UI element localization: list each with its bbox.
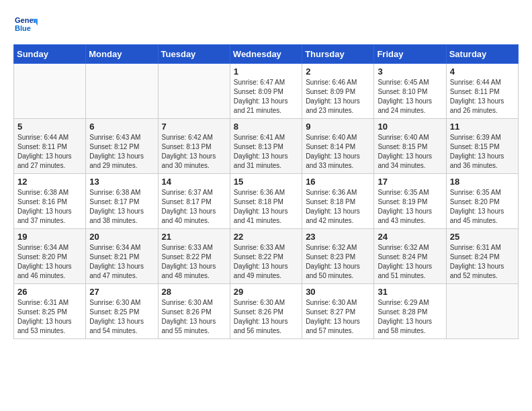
day-info: Sunrise: 6:40 AMSunset: 8:15 PMDaylight:… xyxy=(378,133,442,171)
day-info: Sunrise: 6:43 AMSunset: 8:12 PMDaylight:… xyxy=(89,133,154,171)
day-info: Sunrise: 6:29 AMSunset: 8:28 PMDaylight:… xyxy=(378,298,442,336)
day-number: 17 xyxy=(378,177,442,187)
weekday-header-friday: Friday xyxy=(374,45,446,64)
calendar-cell: 10Sunrise: 6:40 AMSunset: 8:15 PMDayligh… xyxy=(374,119,446,174)
calendar-week-row: 5Sunrise: 6:44 AMSunset: 8:11 PMDaylight… xyxy=(14,119,519,174)
calendar-cell: 16Sunrise: 6:36 AMSunset: 8:18 PMDayligh… xyxy=(302,174,374,229)
day-number: 22 xyxy=(234,232,298,242)
calendar-cell: 19Sunrise: 6:34 AMSunset: 8:20 PMDayligh… xyxy=(14,229,86,284)
day-info: Sunrise: 6:44 AMSunset: 8:11 PMDaylight:… xyxy=(450,78,515,116)
weekday-header-row: SundayMondayTuesdayWednesdayThursdayFrid… xyxy=(14,45,519,64)
day-info: Sunrise: 6:37 AMSunset: 8:17 PMDaylight:… xyxy=(162,188,226,226)
day-info: Sunrise: 6:34 AMSunset: 8:21 PMDaylight:… xyxy=(89,243,154,281)
day-number: 1 xyxy=(234,66,298,77)
day-number: 15 xyxy=(234,177,298,187)
day-info: Sunrise: 6:46 AMSunset: 8:09 PMDaylight:… xyxy=(306,78,370,116)
day-number: 7 xyxy=(162,122,226,132)
day-number: 31 xyxy=(378,287,442,297)
day-info: Sunrise: 6:44 AMSunset: 8:11 PMDaylight:… xyxy=(17,133,82,171)
calendar-week-row: 1Sunrise: 6:47 AMSunset: 8:09 PMDaylight… xyxy=(14,64,519,119)
day-number: 28 xyxy=(162,287,226,297)
calendar-cell: 13Sunrise: 6:38 AMSunset: 8:17 PMDayligh… xyxy=(86,174,158,229)
calendar-cell: 1Sunrise: 6:47 AMSunset: 8:09 PMDaylight… xyxy=(230,64,302,119)
day-info: Sunrise: 6:34 AMSunset: 8:20 PMDaylight:… xyxy=(17,243,82,281)
day-info: Sunrise: 6:31 AMSunset: 8:25 PMDaylight:… xyxy=(17,298,82,336)
day-number: 11 xyxy=(450,122,515,132)
calendar-cell: 2Sunrise: 6:46 AMSunset: 8:09 PMDaylight… xyxy=(302,64,374,119)
logo: General Blue xyxy=(13,13,38,38)
day-info: Sunrise: 6:30 AMSunset: 8:27 PMDaylight:… xyxy=(306,298,370,336)
calendar-cell: 31Sunrise: 6:29 AMSunset: 8:28 PMDayligh… xyxy=(374,284,446,339)
day-number: 18 xyxy=(450,177,515,187)
logo-icon: General Blue xyxy=(13,13,38,38)
calendar-cell: 20Sunrise: 6:34 AMSunset: 8:21 PMDayligh… xyxy=(86,229,158,284)
day-number: 14 xyxy=(162,177,226,187)
calendar-week-row: 12Sunrise: 6:38 AMSunset: 8:16 PMDayligh… xyxy=(14,174,519,229)
day-info: Sunrise: 6:31 AMSunset: 8:24 PMDaylight:… xyxy=(450,243,515,281)
day-info: Sunrise: 6:33 AMSunset: 8:22 PMDaylight:… xyxy=(162,243,226,281)
day-info: Sunrise: 6:38 AMSunset: 8:17 PMDaylight:… xyxy=(89,188,154,226)
calendar-cell: 28Sunrise: 6:30 AMSunset: 8:26 PMDayligh… xyxy=(158,284,230,339)
calendar-cell: 6Sunrise: 6:43 AMSunset: 8:12 PMDaylight… xyxy=(86,119,158,174)
calendar-cell: 14Sunrise: 6:37 AMSunset: 8:17 PMDayligh… xyxy=(158,174,230,229)
day-number: 2 xyxy=(306,66,370,77)
calendar-cell: 27Sunrise: 6:30 AMSunset: 8:25 PMDayligh… xyxy=(86,284,158,339)
day-info: Sunrise: 6:32 AMSunset: 8:24 PMDaylight:… xyxy=(378,243,442,281)
weekday-header-sunday: Sunday xyxy=(14,45,86,64)
calendar-cell: 23Sunrise: 6:32 AMSunset: 8:23 PMDayligh… xyxy=(302,229,374,284)
calendar-cell xyxy=(14,64,86,119)
calendar-cell xyxy=(158,64,230,119)
calendar-cell: 12Sunrise: 6:38 AMSunset: 8:16 PMDayligh… xyxy=(14,174,86,229)
day-info: Sunrise: 6:35 AMSunset: 8:19 PMDaylight:… xyxy=(378,188,442,226)
day-info: Sunrise: 6:47 AMSunset: 8:09 PMDaylight:… xyxy=(234,78,298,116)
weekday-header-thursday: Thursday xyxy=(302,45,374,64)
calendar-cell: 18Sunrise: 6:35 AMSunset: 8:20 PMDayligh… xyxy=(446,174,518,229)
day-info: Sunrise: 6:42 AMSunset: 8:13 PMDaylight:… xyxy=(162,133,226,171)
day-info: Sunrise: 6:33 AMSunset: 8:22 PMDaylight:… xyxy=(234,243,298,281)
day-info: Sunrise: 6:30 AMSunset: 8:26 PMDaylight:… xyxy=(234,298,298,336)
calendar-cell: 4Sunrise: 6:44 AMSunset: 8:11 PMDaylight… xyxy=(446,64,518,119)
day-number: 25 xyxy=(450,232,515,242)
day-info: Sunrise: 6:30 AMSunset: 8:25 PMDaylight:… xyxy=(89,298,154,336)
calendar-cell: 26Sunrise: 6:31 AMSunset: 8:25 PMDayligh… xyxy=(14,284,86,339)
calendar-cell: 7Sunrise: 6:42 AMSunset: 8:13 PMDaylight… xyxy=(158,119,230,174)
day-info: Sunrise: 6:32 AMSunset: 8:23 PMDaylight:… xyxy=(306,243,370,281)
day-number: 13 xyxy=(89,177,154,187)
weekday-header-tuesday: Tuesday xyxy=(158,45,230,64)
day-number: 19 xyxy=(17,232,82,242)
day-number: 23 xyxy=(306,232,370,242)
day-number: 29 xyxy=(234,287,298,297)
weekday-header-monday: Monday xyxy=(86,45,158,64)
day-number: 24 xyxy=(378,232,442,242)
day-number: 27 xyxy=(89,287,154,297)
day-number: 10 xyxy=(378,122,442,132)
day-info: Sunrise: 6:35 AMSunset: 8:20 PMDaylight:… xyxy=(450,188,515,226)
day-info: Sunrise: 6:41 AMSunset: 8:13 PMDaylight:… xyxy=(234,133,298,171)
day-number: 20 xyxy=(89,232,154,242)
day-number: 30 xyxy=(306,287,370,297)
calendar-week-row: 19Sunrise: 6:34 AMSunset: 8:20 PMDayligh… xyxy=(14,229,519,284)
calendar-cell: 25Sunrise: 6:31 AMSunset: 8:24 PMDayligh… xyxy=(446,229,518,284)
calendar-table: SundayMondayTuesdayWednesdayThursdayFrid… xyxy=(13,44,519,339)
day-number: 5 xyxy=(17,122,82,132)
calendar-cell: 30Sunrise: 6:30 AMSunset: 8:27 PMDayligh… xyxy=(302,284,374,339)
calendar-cell xyxy=(86,64,158,119)
day-number: 26 xyxy=(17,287,82,297)
weekday-header-wednesday: Wednesday xyxy=(230,45,302,64)
day-info: Sunrise: 6:40 AMSunset: 8:14 PMDaylight:… xyxy=(306,133,370,171)
day-number: 12 xyxy=(17,177,82,187)
calendar-cell: 24Sunrise: 6:32 AMSunset: 8:24 PMDayligh… xyxy=(374,229,446,284)
day-number: 9 xyxy=(306,122,370,132)
day-number: 4 xyxy=(450,66,515,77)
calendar-cell: 17Sunrise: 6:35 AMSunset: 8:19 PMDayligh… xyxy=(374,174,446,229)
day-info: Sunrise: 6:30 AMSunset: 8:26 PMDaylight:… xyxy=(162,298,226,336)
calendar-cell: 3Sunrise: 6:45 AMSunset: 8:10 PMDaylight… xyxy=(374,64,446,119)
day-number: 16 xyxy=(306,177,370,187)
calendar-cell: 5Sunrise: 6:44 AMSunset: 8:11 PMDaylight… xyxy=(14,119,86,174)
calendar-week-row: 26Sunrise: 6:31 AMSunset: 8:25 PMDayligh… xyxy=(14,284,519,339)
page-header: General Blue xyxy=(13,13,519,38)
day-info: Sunrise: 6:36 AMSunset: 8:18 PMDaylight:… xyxy=(234,188,298,226)
day-number: 21 xyxy=(162,232,226,242)
calendar-cell: 21Sunrise: 6:33 AMSunset: 8:22 PMDayligh… xyxy=(158,229,230,284)
calendar-cell: 22Sunrise: 6:33 AMSunset: 8:22 PMDayligh… xyxy=(230,229,302,284)
